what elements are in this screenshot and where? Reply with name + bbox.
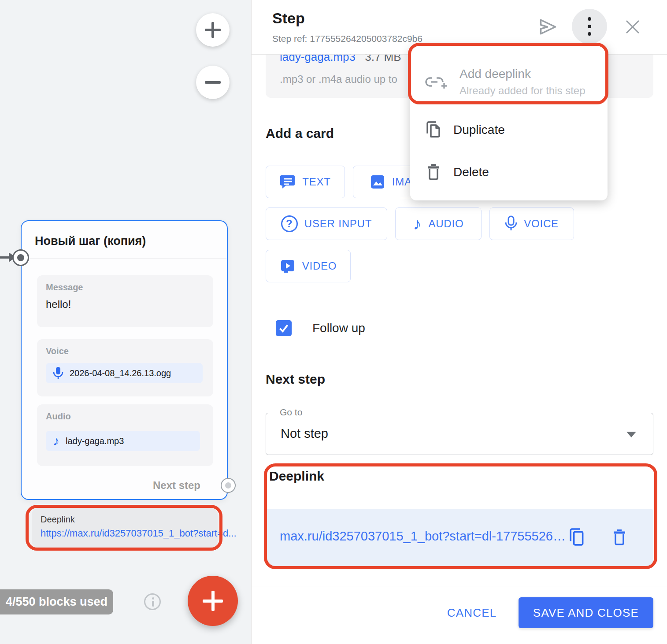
add-user-input-card-button[interactable]: ? USER INPUT [266,207,387,240]
voice-file-chip[interactable]: 2026-04-08_14.26.13.ogg [46,363,203,383]
follow-up-label: Follow up [312,321,365,335]
menu-item-duplicate[interactable]: Duplicate [410,116,608,144]
more-vert-icon [588,17,591,36]
step-node[interactable]: Новый шаг (копия) Message hello! Voice 2… [21,220,228,500]
send-test-button[interactable] [536,15,560,39]
footer-divider [252,586,667,586]
add-video-card-button[interactable]: VIDEO [266,250,351,282]
step-ref: Step ref: 177555264205003782c9b6 [272,33,422,44]
minus-icon [205,81,221,84]
plus-icon [203,600,223,603]
add-audio-card-label: AUDIO [428,218,463,230]
step-editor-panel: Step Step ref: 177555264205003782c9b6 la… [251,0,667,644]
uploaded-file-size: 3.7 MB [365,55,401,63]
menu-item-add-deeplink[interactable]: Add deeplink Already added for this step [410,58,608,106]
node-deeplink-url[interactable]: https://max.ru/id3257037015_1_bot?start=… [41,528,237,539]
panel-title: Step [272,10,305,27]
add-voice-card-button[interactable]: VOICE [489,207,574,240]
node-audio-card[interactable]: Audio ♪ lady-gaga.mp3 [37,404,213,466]
step-context-menu: Add deeplink Already added for this step… [410,45,608,200]
goto-select[interactable]: Go to Not step [266,413,653,455]
delete-label: Delete [453,165,489,179]
image-card-icon [370,174,385,190]
plus-icon [205,29,221,31]
flow-builder-screen: Новый шаг (копия) Message hello! Voice 2… [0,0,667,644]
node-deeplink-label: Deeplink [41,514,75,525]
node-next-step-label: Next step [153,479,200,492]
audio-file-name: lady-gaga.mp3 [66,436,124,446]
deeplink-url[interactable]: max.ru/id3257037015_1_bot?start=dl-17755… [280,529,566,544]
voice-file-name: 2026-04-08_14.26.13.ogg [70,368,171,378]
uploaded-file-row: lady-gaga.mp3 3.7 MB [280,55,401,64]
goto-select-label: Go to [276,407,306,418]
video-card-icon [280,258,296,274]
voice-label: Voice [46,346,69,356]
trash-icon [425,163,442,181]
add-link-icon [425,74,448,90]
trash-icon [611,527,628,548]
node-deeplink-chip[interactable]: Deeplink https://max.ru/id3257037015_1_b… [32,508,218,548]
step-node-title: Новый шаг (копия) [35,234,146,248]
cancel-button[interactable]: CANCEL [441,603,503,623]
add-user-input-card-label: USER INPUT [304,218,372,230]
add-deeplink-subtitle: Already added for this step [459,85,585,97]
blocks-used-badge: 4/550 blocks used [0,589,113,614]
add-audio-card-button[interactable]: ♪ AUDIO [395,207,482,240]
follow-up-checkbox[interactable] [276,320,292,336]
message-value: hello! [46,298,71,311]
node-message-card[interactable]: Message hello! [37,275,213,327]
copy-icon [568,527,586,548]
delete-deeplink-button[interactable] [608,526,630,548]
save-and-close-button[interactable]: SAVE AND CLOSE [519,597,653,628]
text-card-icon [280,174,296,190]
output-port-dot [225,482,231,489]
user-input-card-icon: ? [281,215,298,232]
microphone-icon [53,366,63,380]
flow-canvas[interactable]: Новый шаг (копия) Message hello! Voice 2… [0,0,251,644]
microphone-icon [505,215,517,232]
node-header-divider [22,258,227,259]
copy-deeplink-button[interactable] [566,526,588,548]
add-step-fab[interactable] [188,576,238,626]
uploaded-file-link[interactable]: lady-gaga.mp3 [280,55,356,63]
node-output-port[interactable] [221,478,236,493]
close-panel-button[interactable] [622,16,644,38]
checkmark-icon [278,322,290,334]
duplicate-label: Duplicate [453,123,505,137]
deeplink-heading: Deeplink [269,469,324,484]
send-icon [538,18,558,36]
menu-item-delete[interactable]: Delete [410,158,608,186]
zoom-out-button[interactable] [196,66,230,99]
menu-item-texts: Add deeplink Already added for this step [459,67,585,97]
audio-file-chip[interactable]: ♪ lady-gaga.mp3 [46,431,200,451]
step-menu-button[interactable] [572,9,607,44]
add-voice-card-label: VOICE [524,218,559,230]
add-text-card-label: TEXT [302,176,331,188]
next-step-heading: Next step [266,372,325,387]
add-video-card-label: VIDEO [302,260,337,272]
upload-hint: .mp3 or .m4a audio up to [280,73,397,85]
add-deeplink-label: Add deeplink [459,67,585,81]
node-voice-card[interactable]: Voice 2026-04-08_14.26.13.ogg [37,339,213,396]
add-text-card-button[interactable]: TEXT [266,166,345,198]
music-note-icon: ♪ [413,215,422,232]
add-card-heading: Add a card [266,126,334,141]
message-label: Message [46,282,83,292]
music-note-icon: ♪ [53,434,59,448]
close-icon [624,19,641,35]
zoom-in-button[interactable] [196,13,230,47]
chevron-down-icon [626,432,636,437]
audio-label: Audio [46,411,71,422]
duplicate-icon [425,121,442,139]
goto-select-value: Not step [281,426,328,441]
input-port-dot [17,254,24,261]
node-input-port[interactable] [12,249,29,266]
info-button[interactable] [144,593,161,610]
deeplink-box: max.ru/id3257037015_1_bot?start=dl-17755… [266,509,653,566]
